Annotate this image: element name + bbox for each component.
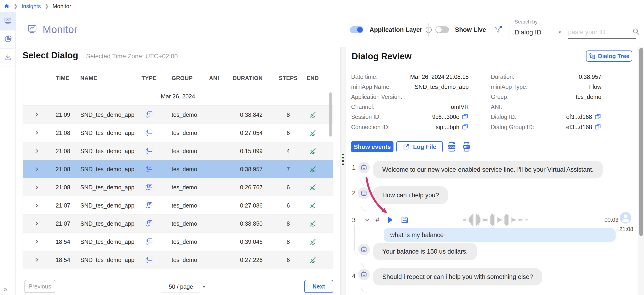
content-area: Select Dialog Selected Time Zone: UTC+02…: [16, 47, 644, 295]
page-size-select[interactable]: 50 / page ▼: [161, 281, 200, 293]
dialog-type-icon: [142, 106, 156, 124]
home-icon[interactable]: [4, 3, 10, 9]
dialog-type-icon: [142, 142, 156, 160]
log-file-button[interactable]: Log File: [396, 141, 443, 152]
step-number: 1: [352, 164, 356, 171]
next-page-button[interactable]: Next: [304, 280, 333, 293]
cell-steps: 6: [280, 196, 296, 215]
call-end-icon: [306, 251, 320, 269]
search-icon[interactable]: [632, 28, 640, 36]
panel-splitter[interactable]: [340, 47, 346, 295]
cell-name: SND_tes_demo_app: [80, 142, 146, 160]
cell-steps: 7: [280, 160, 296, 178]
row-expand-icon[interactable]: [32, 142, 40, 160]
table-scrollbar[interactable]: [329, 92, 332, 137]
row-expand-icon[interactable]: [32, 160, 40, 178]
field-value: 0:38.957: [579, 73, 602, 80]
field-label: Dialog Group ID:: [491, 124, 534, 131]
window-scrollbar[interactable]: [638, 47, 644, 295]
row-expand-icon[interactable]: [32, 178, 40, 196]
table-header-row: TIME NAME TYPE GROUP ANI DURATION STEPS …: [23, 69, 333, 87]
row-expand-icon[interactable]: [32, 251, 40, 269]
download-json-button[interactable]: JSON: [446, 141, 457, 152]
id-search-input[interactable]: [568, 26, 636, 39]
table-row[interactable]: 21:09SND_tes_demo_apptes_demo0:38.8428: [23, 105, 333, 124]
robot-icon: [360, 189, 368, 197]
cell-time: 18:54: [56, 233, 81, 251]
cell-duration: 0:15.099: [239, 142, 263, 160]
collapse-step-chevron-icon[interactable]: [363, 214, 371, 226]
table-row[interactable]: 21:08SND_tes_demo_apptes_demo0:38.9577: [23, 160, 333, 178]
show-live-toggle[interactable]: [436, 26, 449, 33]
col-name: NAME: [80, 69, 146, 87]
cell-time: 21:08: [56, 178, 81, 196]
bot-avatar: [358, 244, 370, 255]
hash-toggle[interactable]: #: [374, 214, 381, 226]
row-expand-icon[interactable]: [32, 106, 40, 124]
splitter-handle-icon: [342, 154, 344, 165]
row-expand-icon[interactable]: [32, 215, 40, 233]
cell-duration: 0:27.054: [239, 124, 263, 142]
page-title: Monitor: [42, 24, 78, 35]
field-row: Session ID: 9c6...300e: [351, 113, 469, 121]
sidebar-item-reports[interactable]: [0, 30, 16, 49]
cell-group: tes_demo: [172, 106, 211, 124]
row-expand-icon[interactable]: [32, 196, 40, 215]
field-value: omIVR: [451, 103, 469, 110]
cell-duration: 0:27.086: [239, 196, 263, 215]
robot-icon: [360, 164, 368, 171]
cell-time: 21:07: [56, 215, 81, 233]
sidebar-collapse-button[interactable]: »: [0, 283, 16, 295]
sidebar-item-monitor[interactable]: [0, 12, 16, 30]
breadcrumb-insights[interactable]: Insights: [22, 3, 41, 9]
table-row[interactable]: 21:07SND_tes_demo_apptes_demo0:38.8508: [23, 214, 333, 232]
show-live-label: Show Live: [455, 26, 486, 33]
dialog-tree-button[interactable]: Dialog Tree: [586, 50, 632, 62]
field-label: miniApp Name:: [351, 83, 391, 90]
download-rtf-button[interactable]: RTF: [461, 141, 472, 152]
table-row[interactable]: 18:54SND_tes_demo_apptes_demo0:27.2266: [23, 251, 333, 269]
robot-icon: [360, 246, 368, 253]
cell-ani: [209, 196, 226, 215]
field-label: Channel:: [351, 103, 374, 110]
row-expand-icon[interactable]: [32, 124, 40, 142]
cell-name: SND_tes_demo_app: [80, 160, 146, 178]
field-row: miniApp Type: Flow: [491, 83, 602, 91]
table-row[interactable]: 21:08SND_tes_demo_apptes_demo0:15.0994: [23, 142, 333, 160]
copy-icon[interactable]: [462, 124, 469, 131]
show-events-button[interactable]: Show events: [351, 141, 394, 152]
sidebar-item-export[interactable]: [0, 49, 16, 67]
table-row[interactable]: 21:07SND_tes_demo_apptes_demo0:27.0866: [23, 196, 333, 214]
copy-icon[interactable]: [594, 113, 602, 120]
col-steps: STEPS: [280, 69, 296, 87]
log-file-label: Log File: [413, 143, 436, 151]
field-label: miniApp Type:: [491, 83, 528, 90]
select-caret-icon: ▼: [202, 285, 206, 289]
col-group: GROUP: [172, 69, 211, 87]
play-audio-button[interactable]: [385, 214, 395, 226]
scrollbar-thumb[interactable]: [639, 48, 643, 236]
robot-icon: [360, 271, 368, 278]
cell-duration: 0:27.226: [239, 251, 263, 269]
field-row: miniApp Name: SND_tes_demo_app: [351, 83, 469, 91]
audio-waveform[interactable]: [457, 212, 534, 227]
field-label: Connection ID:: [351, 124, 390, 131]
row-expand-icon[interactable]: [32, 233, 40, 251]
cell-duration: 0:39.046: [239, 233, 263, 251]
field-value: tes_demo: [576, 93, 602, 100]
cell-group: tes_demo: [172, 251, 211, 269]
previous-page-button[interactable]: Previous: [24, 280, 55, 293]
copy-icon[interactable]: [594, 124, 602, 131]
dialog-table: TIME NAME TYPE GROUP ANI DURATION STEPS …: [22, 69, 334, 269]
select-caret-icon: ▼: [558, 30, 562, 34]
table-row[interactable]: 18:54SND_tes_demo_apptes_demo0:39.0468: [23, 232, 333, 251]
search-type-select[interactable]: Dialog ID ▼: [514, 26, 564, 39]
copy-icon[interactable]: [462, 113, 469, 120]
thread-connector: [361, 199, 369, 211]
dialog-type-icon: [142, 124, 156, 142]
table-row[interactable]: 21:08SND_tes_demo_apptes_demo0:26.7676: [23, 178, 333, 196]
save-audio-button[interactable]: [400, 214, 410, 226]
filter-button[interactable]: [493, 12, 503, 47]
table-row[interactable]: 21:08SND_tes_demo_apptes_demo0:27.0546: [23, 124, 333, 142]
application-layer-toggle[interactable]: [350, 26, 364, 33]
